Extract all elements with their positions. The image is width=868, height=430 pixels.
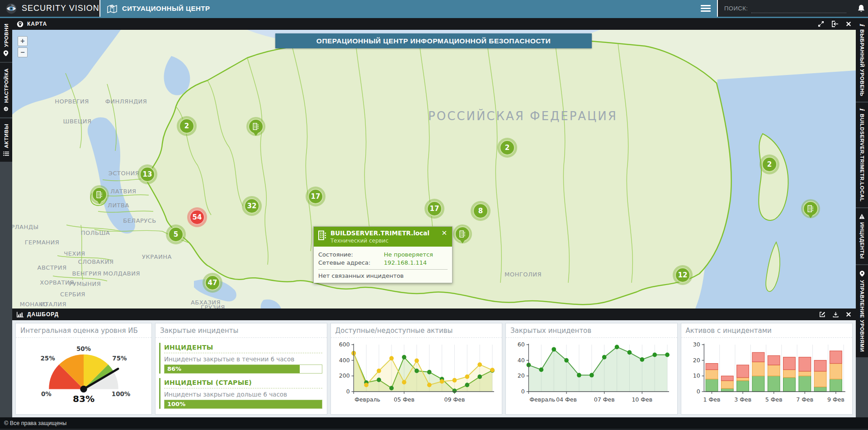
search-label: ПОИСК: xyxy=(724,5,748,12)
country-label: МОЛДАВИЯ xyxy=(103,270,140,277)
map-cluster-marker[interactable]: 2 xyxy=(179,118,194,134)
map-cluster-marker[interactable]: 13 xyxy=(140,167,155,182)
svg-text:25%: 25% xyxy=(40,355,55,362)
map-cluster-marker[interactable]: 5 xyxy=(168,227,184,242)
map-detach-icon[interactable] xyxy=(831,21,839,27)
map-cluster-marker[interactable]: 12 xyxy=(675,267,690,283)
country-label: ГЕРМАНИЯ xyxy=(25,239,60,246)
svg-text:0: 0 xyxy=(696,388,700,395)
map-close-icon[interactable] xyxy=(846,21,851,27)
svg-text:9 Фев: 9 Фев xyxy=(827,396,844,403)
popup-close-icon[interactable]: ✕ xyxy=(440,229,448,237)
svg-text:09 Фев: 09 Фев xyxy=(444,396,465,403)
tab-situation-center[interactable]: СИТУАЦИОННЫЙ ЦЕНТР xyxy=(99,0,718,17)
country-label: ГРУЗИЯ xyxy=(201,304,225,309)
card-title: Закрытых инцидентов xyxy=(506,323,677,338)
map-canvas[interactable]: ОПЕРАЦИОННЫЙ ЦЕНТР ИНФОРМАЦИОННОЙ БЕЗОПА… xyxy=(12,30,856,308)
dashboard-download-icon[interactable] xyxy=(833,312,839,318)
map-cluster-marker[interactable]: 17 xyxy=(427,201,442,216)
country-label: АВСТРИЯ xyxy=(38,264,67,271)
rail-tab-label: ВЫБРАННЫЙ УРОВЕНЬ xyxy=(859,29,865,97)
map-panel: КАРТА xyxy=(12,18,856,308)
asset-pin-marker[interactable] xyxy=(92,187,107,202)
module-tab-label: СИТУАЦИОННЫЙ ЦЕНТР xyxy=(122,5,696,12)
dashboard-header: ДАШБОРД xyxy=(12,308,856,320)
incidents-line-chart: 0204060Февраль04 Фев07 Фев10 Фев xyxy=(506,338,677,414)
country-label: ЛАТВИЯ xyxy=(110,188,136,195)
map-cluster-marker[interactable]: 32 xyxy=(244,198,259,214)
svg-text:0: 0 xyxy=(346,388,349,395)
card-closed-incidents-progress: Закрытые инциденты ИНЦИДЕНТЫИнциденты за… xyxy=(155,323,327,415)
progress-widget: ИНЦИДЕНТЫИнциденты закрытые в течении 6 … xyxy=(156,338,327,414)
country-label: НИДЕРЛАНДЫ xyxy=(12,224,38,230)
rail-tab-управление-уровнями[interactable]: УПРАВЛЕНИЕ УРОВНЯМИ xyxy=(856,265,868,357)
map-cluster-marker[interactable]: 2 xyxy=(762,157,777,172)
map-panel-header: КАРТА xyxy=(12,18,856,30)
map-panel-title: КАРТА xyxy=(27,21,814,27)
building-icon xyxy=(459,230,466,238)
asset-popup-header: BUILDSERVER.TRIMETR.local Технический се… xyxy=(314,227,452,247)
rail-tab-инциденты[interactable]: ИНЦИДЕНТЫ xyxy=(856,208,868,264)
card-title: Интегральная оценка уровня ИБ xyxy=(16,323,151,338)
rail-tab-buildserver.trimetr.local[interactable]: iBUILDSERVER.TRIMETR.LOCAL xyxy=(856,103,868,207)
building-icon xyxy=(252,123,259,130)
menu-hamburger-icon[interactable] xyxy=(701,4,711,13)
asset-pin-marker[interactable] xyxy=(455,226,470,242)
zoom-out-button[interactable]: − xyxy=(18,47,28,57)
country-label: УКРАИНА xyxy=(142,253,172,260)
svg-text:20: 20 xyxy=(693,356,700,363)
card-closed-incidents-trend: Закрытых инцидентов 0204060Февраль04 Фев… xyxy=(505,323,678,415)
country-label: ПОЛЬША xyxy=(81,229,110,236)
dashboard-close-icon[interactable] xyxy=(846,312,851,317)
pin-icon xyxy=(4,50,9,56)
card-title: Доступные/недоступные активы xyxy=(331,323,502,338)
asset-popup-subtitle: Технический сервис xyxy=(330,238,437,244)
zoom-in-button[interactable]: + xyxy=(18,36,28,46)
popup-row-state: Состояние: Не проверяется xyxy=(318,251,448,258)
search-input[interactable] xyxy=(751,4,846,13)
rail-tab-label: УРОВНИ xyxy=(4,23,9,47)
country-label: ЧЕХИЯ xyxy=(64,250,85,257)
country-label: ЭСТОНИЯ xyxy=(108,170,139,177)
progress-fill: 100% xyxy=(165,400,322,408)
map-expand-icon[interactable] xyxy=(818,21,824,27)
map-tab-icon xyxy=(107,4,118,14)
copyright-text: © Все права защищены xyxy=(4,420,66,426)
dashboard-edit-icon[interactable] xyxy=(819,311,826,318)
rail-tab-активы[interactable]: АКТИВЫ xyxy=(0,118,12,162)
notifications-bell-icon[interactable] xyxy=(851,0,868,18)
rail-tab-label: ИНЦИДЕНТЫ xyxy=(859,222,865,259)
country-label: ВЕНГРИЯ xyxy=(72,270,102,277)
dashboard-chart-icon xyxy=(17,312,24,318)
info-icon: i xyxy=(859,23,866,26)
map-cluster-marker[interactable]: 54 xyxy=(189,210,205,225)
svg-text:1 Фев: 1 Фев xyxy=(703,396,720,403)
country-label: СЛОВАКИЯ xyxy=(78,258,114,265)
map-cluster-marker[interactable]: 47 xyxy=(205,275,220,290)
map-zoom-control: + − xyxy=(18,36,28,59)
map-cluster-marker[interactable]: 17 xyxy=(308,189,323,204)
country-label: ИТАЛИЯ xyxy=(40,301,66,308)
warning-icon xyxy=(859,214,865,219)
list-icon xyxy=(3,151,9,156)
popup-incidents-note: Нет связанных инцидентов xyxy=(318,272,448,280)
rail-tab-label: НАСТРОЙКА xyxy=(4,68,9,103)
svg-text:05 Фев: 05 Фев xyxy=(393,396,414,403)
dashboard-panel: ДАШБОРД Интегральная оценка уровня ИБ xyxy=(12,308,856,417)
rail-tab-выбранный-уровень[interactable]: iВЫБРАННЫЙ УРОВЕНЬ xyxy=(856,18,868,102)
info-icon: i xyxy=(859,108,866,111)
map-cluster-marker[interactable]: 2 xyxy=(500,140,515,155)
top-icons xyxy=(851,0,868,17)
progress-block: ИНЦИДЕНТЫ (СТАРЫЕ)Инциденты закрытые дол… xyxy=(159,378,323,409)
popup-row-address: Сетевые адреса: 192.168.1.114 xyxy=(318,259,448,266)
asset-pin-marker[interactable] xyxy=(248,119,264,134)
right-rail: iВЫБРАННЫЙ УРОВЕНЬiBUILDSERVER.TRIMETR.L… xyxy=(856,18,868,417)
map-cluster-marker[interactable]: 8 xyxy=(473,203,488,219)
left-rail: УРОВНИНАСТРОЙКААКТИВЫ xyxy=(0,18,12,417)
svg-text:83%: 83% xyxy=(73,393,94,404)
rail-tab-уровни[interactable]: УРОВНИ xyxy=(0,18,12,62)
security-vision-logo-icon xyxy=(5,3,17,14)
rail-tab-настройка[interactable]: НАСТРОЙКА xyxy=(0,63,12,117)
country-label: ЛИТВА xyxy=(108,202,129,209)
asset-pin-marker[interactable] xyxy=(803,201,818,216)
